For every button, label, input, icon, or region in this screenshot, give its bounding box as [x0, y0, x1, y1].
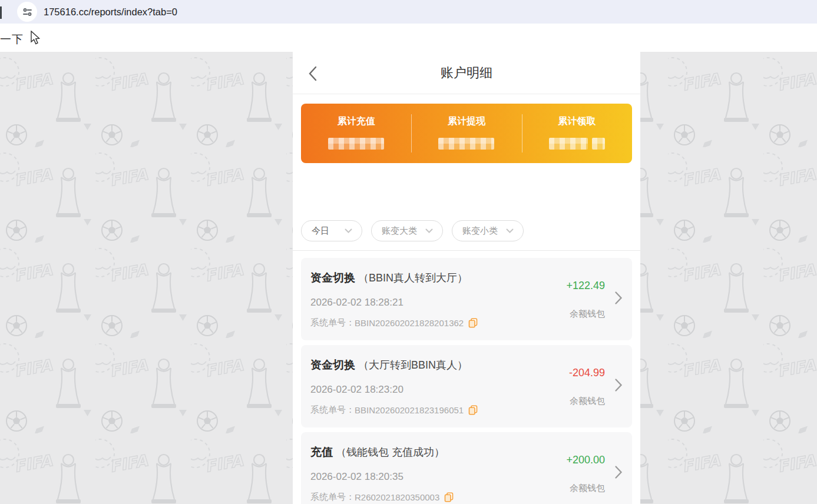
transaction-type: 资金切换 — [310, 271, 355, 284]
transaction-datetime: 2026-02-02 18:20:35 — [310, 471, 454, 483]
copy-icon[interactable] — [468, 405, 478, 415]
copy-icon[interactable] — [444, 492, 454, 502]
url-field[interactable]: 175616.cc/reports/index?tab=0 — [44, 0, 177, 24]
transaction-right: +122.49 余额钱包 — [566, 258, 623, 340]
filter-dropdown[interactable]: 今日 — [301, 220, 362, 241]
masked-amount-segment — [328, 138, 384, 150]
transaction-list: 资金切换（BBIN真人转到大厅） 2026-02-02 18:28:21 系统单… — [293, 251, 640, 504]
transaction-order: 系统单号：BBIN202602021828201362 — [310, 317, 478, 329]
masked-amount — [438, 138, 494, 150]
transaction-row[interactable]: 充值（钱能钱包 充值成功） 2026-02-02 18:20:35 系统单号：R… — [301, 432, 632, 504]
transaction-title: 充值（钱能钱包 充值成功） — [310, 445, 454, 460]
transaction-datetime: 2026-02-02 18:28:21 — [310, 297, 478, 309]
transaction-amount: +200.00 — [566, 454, 605, 466]
wallet-label: 余额钱包 — [569, 396, 605, 407]
chevron-right-icon — [614, 291, 623, 307]
transaction-type: 资金切换 — [310, 359, 355, 371]
filter-label: 今日 — [312, 226, 329, 237]
order-number: BBIN202602021823196051 — [355, 405, 464, 415]
mouse-cursor — [29, 31, 41, 48]
browser-address-bar[interactable]: 175616.cc/reports/index?tab=0 — [0, 0, 817, 24]
transaction-detail: （大厅转到BBIN真人） — [358, 359, 468, 371]
masked-amount-segment — [438, 138, 494, 150]
chevron-right-icon — [614, 378, 623, 394]
page-toast-strip: 一下 — [0, 24, 817, 52]
window-edge-fragment — [0, 6, 2, 19]
masked-amount — [328, 138, 384, 150]
transaction-row[interactable]: 资金切换（BBIN真人转到大厅） 2026-02-02 18:28:21 系统单… — [301, 258, 632, 340]
transaction-order: 系统单号：R2602021820350003 — [310, 492, 454, 503]
chevron-down-icon — [425, 228, 433, 234]
toast-text: 一下 — [0, 32, 24, 47]
transaction-detail: （钱能钱包 充值成功） — [336, 446, 445, 458]
masked-amount — [549, 138, 605, 150]
wallet-label: 余额钱包 — [566, 483, 605, 494]
transaction-detail: （BBIN真人转到大厅） — [358, 272, 468, 284]
filter-label: 账变大类 — [382, 226, 417, 237]
summary-column: 累计提现 — [411, 104, 521, 163]
copy-icon[interactable] — [468, 318, 478, 328]
tabs — [303, 185, 640, 203]
transaction-info: 资金切换（BBIN真人转到大厅） 2026-02-02 18:28:21 系统单… — [310, 258, 478, 340]
summary-column: 累计充值 — [301, 104, 411, 163]
transaction-amounts: +122.49 余额钱包 — [566, 278, 605, 320]
summary-label: 累计提现 — [448, 115, 485, 128]
summary-label: 累计充值 — [338, 115, 375, 128]
transaction-info: 充值（钱能钱包 充值成功） 2026-02-02 18:20:35 系统单号：R… — [310, 432, 454, 504]
transaction-info: 资金切换（大厅转到BBIN真人） 2026-02-02 18:23:20 系统单… — [310, 345, 478, 427]
masked-amount-segment — [549, 138, 588, 150]
summary-card-columns: 累计充值 累计提现 累计领取 — [301, 104, 632, 163]
account-detail-panel: 账户明细 累计充值 累计提现 累计领取 今日 账变 — [293, 52, 640, 504]
chevron-down-icon — [345, 228, 352, 234]
transaction-amount: -204.99 — [569, 367, 605, 379]
transaction-datetime: 2026-02-02 18:23:20 — [310, 384, 478, 396]
order-number: R2602021820350003 — [355, 492, 439, 502]
masked-amount-segment — [592, 138, 605, 150]
wallet-label: 余额钱包 — [566, 309, 605, 320]
chevron-down-icon — [506, 228, 514, 234]
transaction-amounts: -204.99 余额钱包 — [569, 366, 605, 407]
order-number: BBIN202602021828201362 — [355, 318, 464, 328]
page-title: 账户明细 — [293, 52, 640, 94]
transaction-right: +200.00 余额钱包 — [566, 432, 623, 504]
chevron-right-icon — [614, 465, 623, 482]
order-number-label: 系统单号： — [310, 317, 355, 329]
transaction-title: 资金切换（BBIN真人转到大厅） — [310, 270, 478, 286]
summary-card: 累计充值 累计提现 累计领取 — [301, 104, 632, 163]
transaction-amounts: +200.00 余额钱包 — [566, 453, 605, 494]
filter-row: 今日 账变大类 账变小类 — [301, 220, 640, 241]
transaction-right: -204.99 余额钱包 — [569, 345, 623, 427]
transaction-type: 充值 — [310, 446, 333, 458]
transaction-row[interactable]: 资金切换（大厅转到BBIN真人） 2026-02-02 18:23:20 系统单… — [301, 345, 632, 427]
summary-label: 累计领取 — [558, 115, 596, 128]
transaction-order: 系统单号：BBIN202602021823196051 — [310, 404, 478, 416]
panel-header: 账户明细 — [293, 52, 640, 94]
site-settings-icon[interactable] — [17, 2, 37, 22]
order-number-label: 系统单号： — [310, 404, 355, 416]
transaction-title: 资金切换（大厅转到BBIN真人） — [310, 357, 478, 373]
order-number-label: 系统单号： — [310, 492, 355, 503]
filter-dropdown[interactable]: 账变小类 — [452, 220, 524, 241]
filter-dropdown[interactable]: 账变大类 — [371, 220, 443, 241]
summary-column: 累计领取 — [522, 104, 632, 163]
filter-label: 账变小类 — [462, 226, 498, 237]
transaction-amount: +122.49 — [566, 280, 605, 292]
